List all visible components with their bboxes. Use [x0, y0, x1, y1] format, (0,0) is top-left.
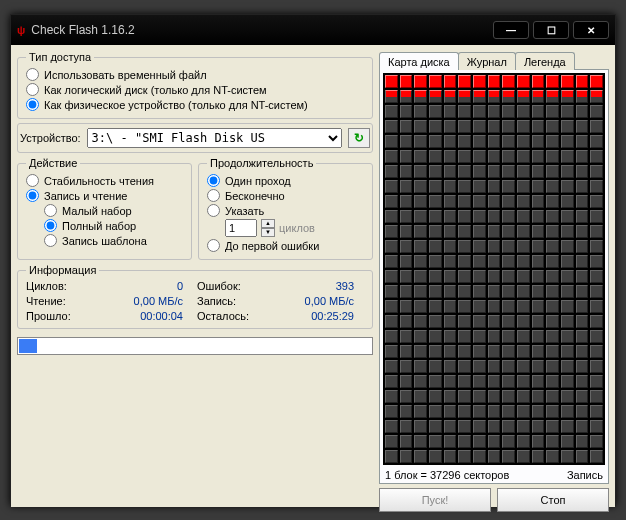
action-small-set[interactable]: Малый набор — [44, 203, 183, 218]
minimize-button[interactable]: — — [493, 21, 529, 39]
disk-map-panel: 1 блок = 37296 секторов Запись — [379, 69, 609, 484]
disk-cell — [502, 165, 515, 178]
disk-cell — [517, 165, 530, 178]
disk-cell — [458, 195, 471, 208]
disk-cell — [458, 270, 471, 283]
disk-cell — [414, 75, 427, 88]
disk-cell — [444, 240, 457, 253]
disk-cell — [502, 255, 515, 268]
access-type-legend: Тип доступа — [26, 51, 94, 63]
disk-cell — [517, 360, 530, 373]
disk-cell — [517, 450, 530, 463]
refresh-button[interactable]: ↻ — [348, 128, 370, 148]
disk-cell — [444, 375, 457, 388]
disk-cell — [502, 300, 515, 313]
disk-cell — [502, 105, 515, 118]
start-button[interactable]: Пуск! — [379, 488, 491, 512]
disk-cell — [429, 360, 442, 373]
disk-cell — [429, 90, 442, 103]
disk-cell — [429, 120, 442, 133]
title-bar: ψ Check Flash 1.16.2 — ☐ ✕ — [11, 15, 615, 45]
device-select[interactable]: 3:\ - "SMI Flash Disk US — [87, 128, 342, 148]
disk-cell — [414, 405, 427, 418]
disk-cell — [429, 135, 442, 148]
tab-disk-map[interactable]: Карта диска — [379, 52, 459, 70]
disk-cell — [546, 135, 559, 148]
disk-cell — [429, 180, 442, 193]
disk-cell — [532, 360, 545, 373]
duration-until-error[interactable]: До первой ошибки — [207, 238, 364, 253]
disk-cell — [400, 75, 413, 88]
disk-cell — [473, 450, 486, 463]
disk-cell — [517, 345, 530, 358]
access-logical-disk[interactable]: Как логический диск (только для NT-систе… — [26, 82, 364, 97]
disk-cell — [590, 375, 603, 388]
access-temp-file[interactable]: Использовать временный файл — [26, 67, 364, 82]
disk-cell — [532, 390, 545, 403]
disk-cell — [488, 300, 501, 313]
cycles-input[interactable] — [225, 219, 257, 237]
disk-cell — [488, 315, 501, 328]
disk-cell — [532, 105, 545, 118]
disk-cell — [576, 270, 589, 283]
close-button[interactable]: ✕ — [573, 21, 609, 39]
info-elapsed-value: 00:00:04 — [94, 310, 193, 322]
disk-cell — [444, 210, 457, 223]
disk-cell — [400, 420, 413, 433]
disk-cell — [414, 225, 427, 238]
disk-cell — [444, 435, 457, 448]
info-read-value: 0,00 МБ/с — [94, 295, 193, 307]
disk-cell — [532, 210, 545, 223]
disk-cell — [488, 165, 501, 178]
disk-cell — [532, 165, 545, 178]
disk-cell — [532, 75, 545, 88]
access-physical-device[interactable]: Как физическое устройство (только для NT… — [26, 97, 364, 112]
disk-cell — [546, 345, 559, 358]
disk-map-grid — [383, 73, 605, 465]
disk-cell — [517, 180, 530, 193]
disk-cell — [429, 105, 442, 118]
disk-cell — [517, 270, 530, 283]
disk-cell — [532, 450, 545, 463]
disk-cell — [532, 240, 545, 253]
maximize-button[interactable]: ☐ — [533, 21, 569, 39]
disk-cell — [414, 195, 427, 208]
disk-cell — [414, 240, 427, 253]
disk-cell — [414, 210, 427, 223]
disk-cell — [517, 315, 530, 328]
info-errors-value: 393 — [265, 280, 364, 292]
action-pattern-write[interactable]: Запись шаблона — [44, 233, 183, 248]
stop-button[interactable]: Стоп — [497, 488, 609, 512]
cycles-down[interactable]: ▼ — [261, 228, 275, 237]
disk-cell — [488, 90, 501, 103]
disk-cell — [429, 225, 442, 238]
duration-group: Продолжительность Один проход Бесконечно… — [198, 157, 373, 260]
action-write-read[interactable]: Запись и чтение — [26, 188, 183, 203]
duration-specify[interactable]: Указать — [207, 203, 364, 218]
duration-one-pass[interactable]: Один проход — [207, 173, 364, 188]
tab-journal[interactable]: Журнал — [458, 52, 516, 70]
disk-cell — [517, 330, 530, 343]
disk-cell — [488, 180, 501, 193]
disk-cell — [414, 165, 427, 178]
disk-cell — [458, 90, 471, 103]
disk-cell — [561, 345, 574, 358]
disk-cell — [444, 300, 457, 313]
action-read-stability[interactable]: Стабильность чтения — [26, 173, 183, 188]
disk-cell — [429, 210, 442, 223]
disk-cell — [532, 195, 545, 208]
disk-cell — [590, 330, 603, 343]
disk-cell — [429, 375, 442, 388]
action-full-set[interactable]: Полный набор — [44, 218, 183, 233]
disk-cell — [458, 105, 471, 118]
disk-cell — [502, 330, 515, 343]
tab-legend[interactable]: Легенда — [515, 52, 575, 70]
disk-cell — [546, 120, 559, 133]
disk-cell — [458, 330, 471, 343]
duration-infinite[interactable]: Бесконечно — [207, 188, 364, 203]
disk-cell — [590, 135, 603, 148]
cycles-up[interactable]: ▲ — [261, 219, 275, 228]
disk-cell — [576, 435, 589, 448]
disk-cell — [473, 345, 486, 358]
disk-cell — [546, 225, 559, 238]
